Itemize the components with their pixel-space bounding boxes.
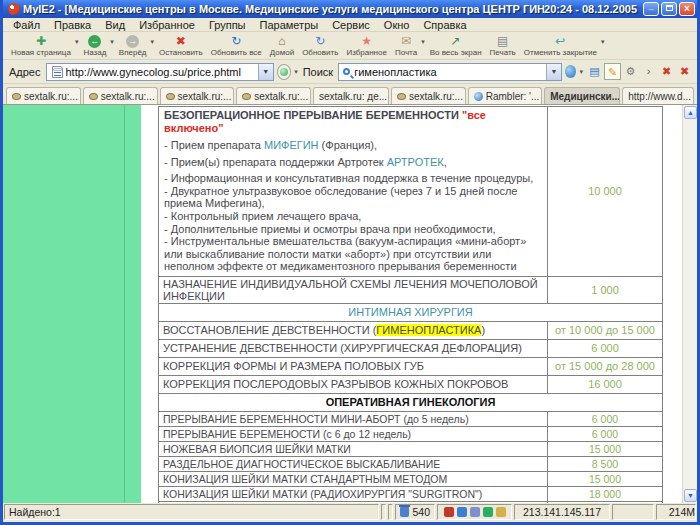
closed-pages-panel[interactable]: 540 (395, 504, 435, 520)
fullscreen-button[interactable]: ↗Во весь экран (426, 35, 486, 57)
menu-Файл[interactable]: Файл (7, 19, 46, 31)
detail-text: - Информационная и консультативная подде… (164, 172, 533, 184)
browser-window: MyIE2 - [Медицинские центры в Москве. Ме… (0, 0, 700, 525)
undo-close-dropdown[interactable]: ▾ (601, 38, 605, 46)
home-button[interactable]: ⌂Домой (266, 35, 298, 57)
scroll-up-button[interactable]: ▲ (684, 106, 697, 119)
table-row: КОРРЕКЦИЯ ФОРМЫ И РАЗМЕРА ПОЛОВЫХ ГУБот … (159, 358, 662, 376)
tab-4[interactable]: sextalk.ru:... (236, 87, 311, 104)
address-dropdown[interactable]: ▼ (258, 64, 273, 80)
service-price: 6 000 (547, 340, 662, 357)
go-dropdown[interactable]: ▾ (294, 68, 298, 76)
favorites-button[interactable]: ★Избранное (342, 35, 391, 57)
new-page-dropdown[interactable]: ▾ (75, 38, 79, 46)
back-button[interactable]: ←Назад (79, 35, 110, 57)
service-name: НОЖЕВАЯ БИОПСИЯ ШЕЙКИ МАТКИ (159, 442, 547, 456)
refresh-all-button[interactable]: ↻Обновить все (207, 35, 266, 57)
drug-link[interactable]: МИФЕГИН (264, 139, 319, 151)
trash-icon[interactable] (400, 507, 409, 517)
menu-Параметры[interactable]: Параметры (254, 19, 325, 31)
close-tab-icon[interactable]: ✖ (658, 63, 675, 80)
undo-close-button[interactable]: ↩Отменить закрытие (520, 35, 601, 57)
statusbar-grip (388, 504, 393, 520)
address-label: Адрес (9, 66, 41, 78)
table-row: НАЗНАЧЕНИЕ ИНДИВИДУАЛЬНОЙ СХЕМЫ ЛЕЧЕНИЯ … (159, 277, 662, 304)
gear-icon[interactable]: ⚙ (622, 63, 639, 80)
drug-link[interactable]: АРТРОТЕК (387, 156, 444, 168)
service-price: от 15 000 до 28 000 (547, 358, 662, 375)
mail-button[interactable]: ✉Почта (391, 35, 421, 57)
tab-label: http://www.d... (628, 91, 691, 102)
statusbar-plugin-icon[interactable] (496, 507, 506, 517)
service-name: НАЗНАЧЕНИЕ ИНДИВИДУАЛЬНОЙ СХЕМЫ ЛЕЧЕНИЯ … (159, 277, 547, 303)
forward-dropdown[interactable]: ▾ (151, 38, 155, 46)
service-text: КОНИЗАЦИЯ ШЕЙКИ МАТКИ СТАНДАРТНЫМ МЕТОДО… (163, 473, 447, 485)
search-input[interactable]: гименопластика ▼ (338, 63, 562, 81)
search-label: Поиск (303, 66, 333, 78)
service-price: 1 000 (547, 277, 662, 303)
chat-icon (12, 93, 21, 100)
service-price: 6 000 (547, 427, 662, 441)
menu-Вид[interactable]: Вид (99, 19, 131, 31)
table-row: КОНИЗАЦИЯ ШЕЙКИ МАТКИ (РАДИОХИРУРГИЯ "SU… (159, 487, 662, 502)
mail-icon: ✉ (401, 35, 411, 48)
statusbar-plugin-icon[interactable] (470, 507, 480, 517)
statusbar-plugin-icon[interactable] (457, 507, 467, 517)
detail-text: - Дополнительные приемы и осмотры врача … (164, 223, 496, 235)
search-icon (343, 68, 350, 75)
vertical-scrollbar[interactable]: ▲ ▼ (682, 105, 697, 503)
chevron-right-icon[interactable]: › (640, 63, 657, 80)
tab-5[interactable]: sextalk.ru: де... (313, 87, 389, 104)
globe-icon (474, 92, 483, 101)
refresh-button[interactable]: ↻Обновить (298, 35, 342, 57)
close-button[interactable]: × (679, 2, 695, 16)
print-button[interactable]: ▤Печать (486, 35, 520, 57)
find-on-page-icon[interactable]: ▤ (586, 63, 603, 80)
table-row: КОНИЗАЦИЯ ШЕЙКИ МАТКИ СТАНДАРТНЫМ МЕТОДО… (159, 472, 662, 487)
back-icon: ← (88, 35, 101, 48)
mail-dropdown[interactable]: ▾ (421, 38, 425, 46)
ip-panel: 213.141.145.117 (514, 504, 610, 520)
service-price: 15 000 (547, 442, 662, 456)
spacer-panel (612, 504, 654, 520)
service-price: 6 000 (547, 412, 662, 426)
new-page-button[interactable]: ✚Новая страница (7, 35, 75, 57)
tab-label: sextalk.ru:... (409, 91, 463, 102)
service-name: ПРЕРЫВАНИЕ БЕРЕМЕНОСТИ (с 6 до 12 недель… (159, 427, 547, 441)
back-dropdown[interactable]: ▾ (110, 38, 114, 46)
menu-Окно[interactable]: Окно (378, 19, 416, 31)
statusbar-plugin-icon[interactable] (444, 507, 454, 517)
highlighter-icon[interactable]: ✎ (604, 63, 621, 80)
close-all-icon[interactable]: ✖ (676, 63, 693, 80)
menu-Группы[interactable]: Группы (203, 19, 252, 31)
globe-icon[interactable] (565, 65, 577, 78)
service-name: РАЗДЕЛЬНОЕ ДИАГНОСТИЧЕСКОЕ ВЫСКАБЛИВАНИЕ (159, 457, 547, 471)
menu-Избранное[interactable]: Избранное (133, 19, 201, 31)
search-dropdown[interactable]: ▼ (546, 64, 561, 80)
go-button[interactable] (277, 64, 292, 80)
tab-6[interactable]: sextalk.ru:... (391, 87, 466, 104)
scroll-down-button[interactable]: ▼ (684, 489, 697, 502)
minimize-button[interactable]: _ (643, 2, 659, 16)
tab-label: sextalk.ru: де... (319, 91, 387, 102)
address-input[interactable]: http://www.gynecolog.su/price.phtml ▼ (46, 63, 274, 81)
menu-Сервис[interactable]: Сервис (326, 19, 376, 31)
menu-Справка[interactable]: Справка (417, 19, 472, 31)
restore-button[interactable] (661, 2, 677, 16)
tab-8[interactable]: Медицински... (544, 87, 620, 104)
statusbar-grip (381, 504, 386, 520)
tab-3[interactable]: sextalk.ru:... (160, 87, 235, 104)
page-sidebar (3, 105, 141, 503)
tab-9[interactable]: http://www.d... (622, 87, 694, 104)
stop-button[interactable]: ✖Остановить (155, 35, 207, 57)
service-text: ВОССТАНОВЛЕНИЕ ДЕВСТВЕННОСТИ ( (163, 324, 376, 336)
menu-Правка[interactable]: Правка (48, 19, 97, 31)
tab-1[interactable]: sextalk.ru:... (6, 87, 81, 104)
tab-2[interactable]: sextalk.ru:... (83, 87, 158, 104)
stop-icon: ✖ (176, 35, 186, 48)
globe-dropdown[interactable]: ▾ (579, 68, 583, 76)
statusbar-plugin-icon[interactable] (483, 507, 493, 517)
tab-7[interactable]: Rambler: '... (468, 87, 542, 104)
search-highlight: ГИМЕНОПЛАСТИКА (376, 324, 481, 336)
forward-button[interactable]: →Вперёд (115, 35, 151, 57)
